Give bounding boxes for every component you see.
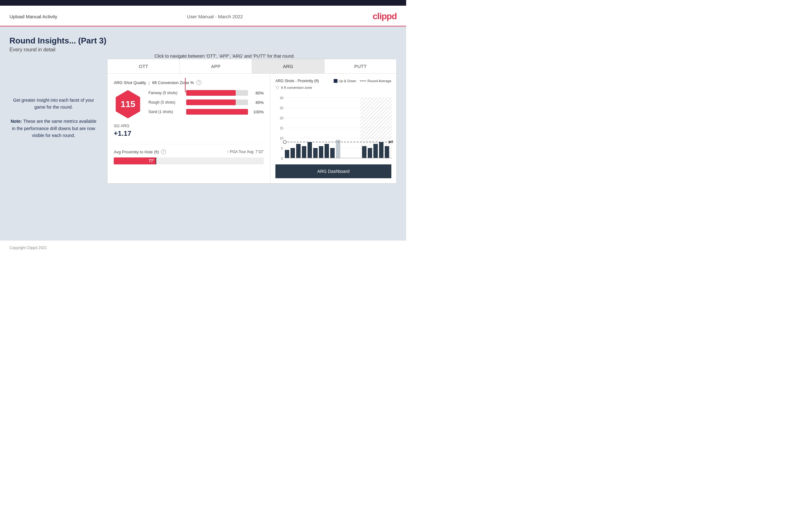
chart-bar-4 <box>302 146 306 158</box>
bar-pct-sand: 100% <box>251 110 264 114</box>
proximity-section: Avg Proximity to Hole (ft) ? ↑ PGA Tour … <box>114 144 264 164</box>
bar-fill-sand <box>186 109 248 115</box>
document-title: User Manual - March 2022 <box>187 14 243 19</box>
chart-title-row: ARG Shots - Proximity (ft) Up & Down Rou… <box>275 79 391 83</box>
arg-dashboard-button[interactable]: ARG Dashboard <box>275 164 391 178</box>
proximity-bar-fill: 77' <box>114 158 156 164</box>
legend-updown: Up & Down <box>334 79 356 83</box>
chart-bar-1 <box>285 150 289 158</box>
sg-section: SG ARG +1.17 <box>114 123 264 137</box>
left-description: Get greater insight into each facet of y… <box>9 97 98 139</box>
pga-avg: ↑ PGA Tour Avg: 7'10" <box>227 150 264 154</box>
bar-label-fairway: Fairway (5 shots) <box>148 91 183 95</box>
proximity-help-icon[interactable]: ? <box>161 149 166 154</box>
page-subtitle: Every round in detail <box>9 47 397 53</box>
svg-text:10: 10 <box>280 137 284 140</box>
legend-updown-icon <box>334 79 338 83</box>
bars-section: Fairway (5 shots) 80% Rough (5 shots) <box>148 90 264 118</box>
svg-text:5: 5 <box>281 147 283 150</box>
bar-label-sand: Sand (1 shots) <box>148 110 183 114</box>
chart-title: ARG Shots - Proximity (ft) <box>275 79 319 83</box>
svg-marker-2 <box>195 90 199 94</box>
note-label: Note: <box>11 119 22 124</box>
main-panel: OTT APP ARG PUTT ARG Shot Quality | 6ft … <box>107 59 397 184</box>
copyright: Copyright Clippd 2021 <box>9 246 47 250</box>
sg-value: +1.17 <box>114 129 264 137</box>
proximity-cursor <box>156 158 156 164</box>
note-text: These are the same metrics available in … <box>12 119 96 138</box>
proximity-bar-track: 77' <box>114 158 264 164</box>
svg-text:15: 15 <box>280 127 284 130</box>
bar-row-sand: Sand (1 shots) 100% <box>148 109 264 115</box>
chart-bar-8 <box>324 144 329 158</box>
arg-shot-quality-label: ARG Shot Quality <box>114 80 146 85</box>
bar-pct-fairway: 80% <box>251 91 264 96</box>
top-bar <box>0 0 406 6</box>
upload-link[interactable]: Upload Manual Activity <box>9 14 57 19</box>
header: Upload Manual Activity User Manual - Mar… <box>0 6 406 26</box>
bar-label-rough: Rough (5 shots) <box>148 100 183 105</box>
chart-bar-9 <box>330 148 335 158</box>
svg-text:0: 0 <box>281 157 283 160</box>
footer: Copyright Clippd 2021 <box>0 240 406 255</box>
legend-conversion: 6 ft conversion zone <box>275 86 391 90</box>
svg-text:20: 20 <box>280 116 284 120</box>
chart-bar-12 <box>368 148 372 158</box>
avg-line-dot <box>283 140 287 144</box>
chart-bar-15 <box>385 146 389 158</box>
tab-app[interactable]: APP <box>180 59 252 73</box>
tab-arg[interactable]: ARG <box>252 59 324 73</box>
page-title: Round Insights... (Part 3) <box>9 36 397 46</box>
chart-bar-6 <box>313 148 318 158</box>
chart-bar-14 <box>379 142 384 158</box>
panel-body: ARG Shot Quality | 6ft Conversion Zone %… <box>107 74 396 183</box>
legend-conversion-icon <box>275 86 279 90</box>
main-content: Round Insights... (Part 3) Every round i… <box>0 26 406 240</box>
content-layout: Get greater insight into each facet of y… <box>9 59 397 184</box>
svg-text:25: 25 <box>280 106 284 110</box>
sg-label: SG ARG <box>114 123 264 128</box>
bar-track-sand <box>186 109 248 115</box>
hex-badge: 115 <box>114 90 142 118</box>
proximity-header: Avg Proximity to Hole (ft) ? ↑ PGA Tour … <box>114 149 264 154</box>
chart-svg: 0 5 10 15 20 25 30 <box>275 92 395 161</box>
logo: clippd <box>373 11 397 21</box>
chart-legend: Up & Down Round Average <box>334 79 391 83</box>
proximity-title: Avg Proximity to Hole (ft) ? <box>114 149 166 154</box>
chart-bar-11 <box>362 146 366 158</box>
nav-arrow <box>182 76 201 103</box>
bar-pct-rough: 80% <box>251 100 264 105</box>
chart-bar-7 <box>319 146 323 158</box>
bar-row-fairway: Fairway (5 shots) 80% <box>148 90 264 96</box>
chart-area: 0 5 10 15 20 25 30 <box>275 92 391 161</box>
left-panel: Get greater insight into each facet of y… <box>9 59 98 184</box>
legend-round-avg: Round Average <box>360 79 391 83</box>
chart-bar-13 <box>373 144 378 158</box>
chart-bar-5 <box>308 142 312 158</box>
chart-bar-3 <box>296 144 301 158</box>
tab-ott[interactable]: OTT <box>107 59 180 73</box>
chart-bar-2 <box>291 148 295 158</box>
svg-text:30: 30 <box>280 96 284 100</box>
chart-bar-10 <box>336 140 340 158</box>
tabs: OTT APP ARG PUTT <box>107 59 396 74</box>
bar-row-rough: Rough (5 shots) 80% <box>148 100 264 105</box>
svg-text:8: 8 <box>391 140 393 144</box>
tab-putt[interactable]: PUTT <box>324 59 397 73</box>
nav-hint: Click to navigate between 'OTT', 'APP', … <box>154 53 295 59</box>
legend-round-avg-icon <box>360 80 366 81</box>
panel-right: ARG Shots - Proximity (ft) Up & Down Rou… <box>270 74 396 183</box>
